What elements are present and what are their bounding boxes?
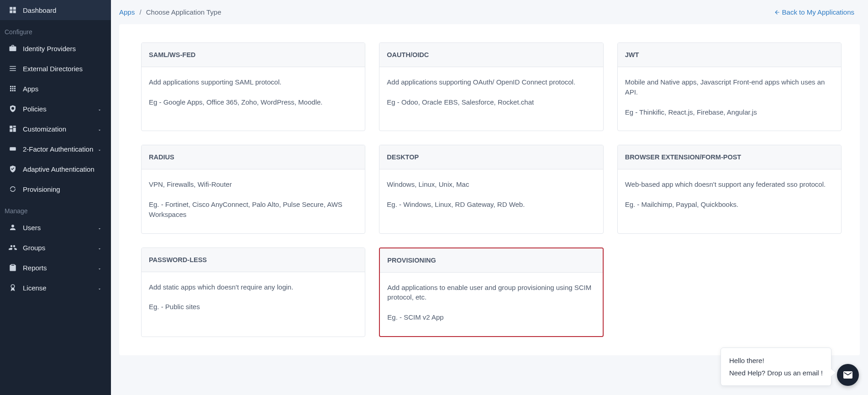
sidebar-item-adaptive-auth[interactable]: Adaptive Authentication	[0, 159, 111, 179]
customize-icon	[8, 124, 17, 133]
card-example: Eg. - Mailchimp, Paypal, Quickbooks.	[625, 200, 834, 210]
card-description: Mobile and Native apps, Javascript Front…	[625, 77, 834, 97]
content-panel: SAML/WS-FED Add applications supporting …	[119, 24, 860, 355]
card-description: Add applications to enable user and grou…	[387, 283, 595, 303]
sidebar-label: 2-Factor Authentication	[23, 145, 93, 153]
breadcrumb: Apps / Choose Application Type	[119, 8, 221, 16]
briefcase-icon	[8, 44, 17, 53]
card-title: BROWSER EXTENSION/FORM-POST	[618, 145, 841, 169]
card-title: JWT	[618, 43, 841, 67]
chat-greeting: Hello there!	[729, 354, 823, 367]
card-description: Windows, Linux, Unix, Mac	[387, 179, 595, 190]
group-icon	[8, 243, 17, 252]
sidebar: Dashboard Configure Identity Providers E…	[0, 0, 111, 395]
card-body: Add applications supporting OAuth/ OpenI…	[379, 67, 603, 121]
card-description: VPN, Firewalls, Wifi-Router	[149, 179, 358, 190]
list-icon	[8, 64, 17, 73]
sidebar-item-dashboard[interactable]: Dashboard	[0, 0, 111, 20]
mail-icon	[842, 369, 853, 380]
sidebar-label: License	[23, 284, 47, 292]
breadcrumb-current: Choose Application Type	[146, 8, 221, 16]
card-browser-extension[interactable]: BROWSER EXTENSION/FORM-POST Web-based ap…	[617, 145, 842, 233]
sidebar-item-apps[interactable]: Apps	[0, 79, 111, 99]
app-type-grid: SAML/WS-FED Add applications supporting …	[141, 42, 842, 337]
shield-check-icon	[8, 164, 17, 174]
sidebar-item-identity-providers[interactable]: Identity Providers	[0, 38, 111, 58]
card-example: Eg - Thinkific, React.js, Firebase, Angu…	[625, 107, 834, 117]
card-oauth[interactable]: OAUTH/OIDC Add applications supporting O…	[379, 42, 603, 131]
card-example: Eg. - Fortinet, Cisco AnyConnect, Palo A…	[149, 200, 358, 220]
sidebar-item-license[interactable]: License	[0, 278, 111, 298]
card-jwt[interactable]: JWT Mobile and Native apps, Javascript F…	[617, 42, 842, 131]
card-body: Add applications to enable user and grou…	[380, 273, 602, 336]
chevron-down-icon	[97, 245, 103, 250]
sidebar-label: Groups	[23, 244, 45, 252]
sidebar-item-users[interactable]: Users	[0, 217, 111, 237]
sidebar-label: Policies	[23, 105, 47, 113]
ribbon-icon	[8, 283, 17, 292]
chevron-down-icon	[97, 225, 103, 230]
breadcrumb-separator: /	[139, 8, 141, 16]
card-description: Add applications supporting OAuth/ OpenI…	[387, 77, 595, 87]
breadcrumb-apps-link[interactable]: Apps	[119, 8, 135, 16]
chevron-down-icon	[97, 106, 103, 111]
sidebar-label: Users	[23, 224, 41, 232]
card-example: Eg. - Windows, Linux, RD Gateway, RD Web…	[387, 200, 595, 210]
card-body: Web-based app which doesn't support any …	[618, 169, 841, 223]
svg-rect-0	[10, 147, 16, 151]
sidebar-label: External Directories	[23, 65, 83, 73]
card-body: Windows, Linux, Unix, Mac Eg. - Windows,…	[379, 169, 603, 223]
sidebar-label: Adaptive Authentication	[23, 165, 95, 173]
card-body: VPN, Firewalls, Wifi-Router Eg. - Fortin…	[142, 169, 365, 233]
card-passwordless[interactable]: PASSWORD-LESS Add static apps which does…	[141, 248, 365, 337]
grid-icon	[8, 84, 17, 93]
chat-arrow	[831, 369, 836, 376]
card-example: Eg. - Public sites	[149, 302, 358, 312]
chat-bubble: Hello there! Need Help? Drop us an email…	[721, 348, 831, 386]
dashboard-icon	[8, 5, 17, 15]
sidebar-label: Dashboard	[23, 6, 56, 14]
sidebar-label: Provisioning	[23, 185, 60, 193]
sidebar-item-customization[interactable]: Customization	[0, 119, 111, 139]
card-provisioning[interactable]: PROVISIONING Add applications to enable …	[379, 248, 603, 337]
card-title: PROVISIONING	[380, 248, 602, 273]
sidebar-item-reports[interactable]: Reports	[0, 258, 111, 278]
sidebar-label: Apps	[23, 85, 38, 93]
sidebar-label: Reports	[23, 264, 47, 272]
chevron-down-icon	[97, 285, 103, 290]
arrow-left-icon	[774, 9, 780, 16]
card-description: Add applications supporting SAML protoco…	[149, 77, 358, 87]
chevron-down-icon	[97, 146, 103, 152]
chat-prompt: Need Help? Drop us an email !	[729, 367, 823, 379]
card-title: PASSWORD-LESS	[142, 248, 365, 272]
card-title: DESKTOP	[379, 145, 603, 169]
back-to-apps-link[interactable]: Back to My Applications	[774, 8, 854, 16]
clipboard-icon	[8, 263, 17, 272]
card-example: Eg. - SCIM v2 App	[387, 312, 595, 322]
card-body: Add applications supporting SAML protoco…	[142, 67, 365, 121]
card-body: Mobile and Native apps, Javascript Front…	[618, 67, 841, 131]
card-description: Add static apps which doesn't require an…	[149, 282, 358, 292]
card-title: SAML/WS-FED	[142, 43, 365, 67]
sidebar-label: Customization	[23, 125, 66, 133]
shield-gear-icon	[8, 104, 17, 113]
card-radius[interactable]: RADIUS VPN, Firewalls, Wifi-Router Eg. -…	[141, 145, 365, 233]
card-example: Eg - Odoo, Oracle EBS, Salesforce, Rocke…	[387, 97, 595, 107]
card-saml[interactable]: SAML/WS-FED Add applications supporting …	[141, 42, 365, 131]
sidebar-item-external-directories[interactable]: External Directories	[0, 58, 111, 79]
topbar: Apps / Choose Application Type Back to M…	[111, 0, 868, 24]
sidebar-item-provisioning[interactable]: Provisioning	[0, 179, 111, 199]
chevron-down-icon	[97, 265, 103, 270]
sync-users-icon	[8, 184, 17, 194]
chat-widget: Hello there! Need Help? Drop us an email…	[721, 348, 859, 386]
sidebar-item-policies[interactable]: Policies	[0, 99, 111, 119]
card-title: OAUTH/OIDC	[379, 43, 603, 67]
sidebar-item-groups[interactable]: Groups	[0, 237, 111, 258]
card-desktop[interactable]: DESKTOP Windows, Linux, Unix, Mac Eg. - …	[379, 145, 603, 233]
badge-123-icon	[8, 144, 17, 153]
chat-open-button[interactable]	[837, 364, 859, 386]
main-content: Apps / Choose Application Type Back to M…	[111, 0, 868, 395]
back-link-label: Back to My Applications	[782, 8, 854, 16]
card-example: Eg - Google Apps, Office 365, Zoho, Word…	[149, 97, 358, 107]
sidebar-item-2fa[interactable]: 2-Factor Authentication	[0, 139, 111, 159]
